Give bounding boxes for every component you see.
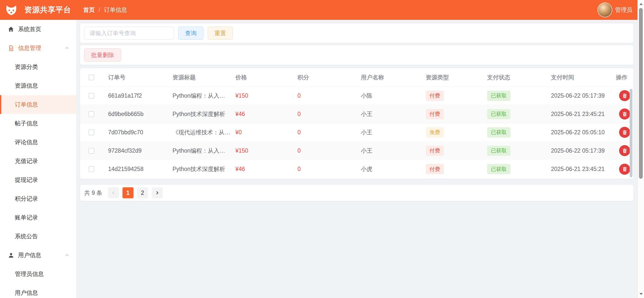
points: 0 — [297, 92, 361, 99]
sidebar-sub-item[interactable]: 订单信息 — [0, 95, 76, 114]
sidebar-item-label: 系统首页 — [18, 25, 41, 33]
brand: 资源共享平台 — [0, 4, 76, 16]
resource-title: 《现代运维技术：从… — [173, 129, 235, 136]
chevron-up-icon — [64, 45, 70, 51]
breadcrumb-home[interactable]: 首页 — [83, 6, 95, 14]
resource-title: Python技术深度解析 — [173, 165, 235, 173]
sidebar-sub-item-label: 订单信息 — [15, 101, 38, 108]
column-header: 资源标题 — [173, 74, 235, 81]
table-header-row: 订单号资源标题价格积分用户名称资源类型支付状态支付时间操作 — [80, 68, 633, 87]
user-name-cell: 小王 — [361, 110, 426, 118]
select-all-checkbox[interactable] — [89, 75, 94, 80]
home-icon — [8, 26, 14, 33]
next-page-button[interactable] — [152, 187, 163, 198]
document-icon — [8, 45, 14, 51]
row-checkbox[interactable] — [89, 111, 94, 117]
pay-status-tag: 已获取 — [487, 146, 510, 156]
sidebar-sub-item[interactable]: 账单记录 — [0, 208, 76, 227]
row-checkbox[interactable] — [89, 148, 94, 154]
sidebar-sub-item[interactable]: 系统公告 — [0, 227, 76, 246]
sidebar-sub-item[interactable]: 资源分类 — [0, 57, 76, 76]
user-name: 管理员 — [615, 6, 632, 14]
app-title: 资源共享平台 — [24, 5, 71, 15]
avatar[interactable] — [598, 3, 612, 17]
column-header: 支付状态 — [487, 74, 551, 81]
delete-button[interactable] — [619, 108, 630, 120]
sidebar-group-header[interactable]: 用户信息 — [0, 246, 76, 265]
table-row: 6d9be6b665bPython技术深度解析¥460小王付费已获取2025-0… — [80, 105, 633, 123]
user-name-cell: 小王 — [361, 129, 426, 136]
sidebar-sub-item[interactable]: 充值记录 — [0, 152, 76, 170]
resource-title: Python技术深度解析 — [173, 110, 235, 118]
price: ¥150 — [235, 92, 297, 99]
fox-logo-icon — [6, 4, 17, 16]
page-button[interactable]: 1 — [122, 187, 134, 198]
scrollbar-thumb[interactable] — [639, 8, 643, 179]
trash-icon — [622, 111, 628, 117]
query-button[interactable]: 查询 — [178, 27, 203, 40]
sidebar-sub-item[interactable]: 管理员信息 — [0, 265, 76, 283]
sidebar-sub-item[interactable]: 帖子信息 — [0, 114, 76, 133]
sidebar-sub-item[interactable]: 评论信息 — [0, 133, 76, 152]
scroll-up-arrow-icon[interactable] — [638, 1, 644, 8]
pager-pages: 12 — [122, 187, 148, 198]
sidebar-sub-item-label: 账单记录 — [15, 214, 38, 221]
delete-button[interactable] — [619, 164, 630, 175]
reset-button[interactable]: 重置 — [208, 27, 233, 40]
pay-status-tag: 已获取 — [487, 127, 510, 138]
delete-button[interactable] — [619, 145, 630, 156]
sidebar-sub-item[interactable]: 提现记录 — [0, 170, 76, 189]
resource-type-cell: 付费 — [426, 109, 487, 119]
price: ¥46 — [235, 166, 297, 172]
resource-type-tag: 付费 — [426, 109, 444, 119]
pay-time: 2025-06-22 05:17:39 — [551, 147, 616, 154]
order-no: 14d21594258 — [108, 166, 173, 172]
price: ¥0 — [235, 129, 297, 136]
user-area[interactable]: 管理员 — [598, 3, 644, 17]
chevron-left-icon — [111, 190, 116, 195]
sidebar-sub-item[interactable]: 积分记录 — [0, 189, 76, 208]
table-scrollbar-thumb[interactable] — [630, 89, 632, 177]
column-header: 积分 — [297, 74, 361, 81]
delete-button[interactable] — [619, 90, 630, 101]
sidebar-group-header[interactable]: 信息管理 — [0, 39, 76, 57]
sidebar-sub-item-label: 帖子信息 — [15, 120, 38, 127]
points: 0 — [297, 111, 361, 117]
page-button[interactable]: 2 — [137, 187, 148, 198]
pay-time: 2025-06-22 05:17:39 — [551, 92, 616, 99]
row-checkbox[interactable] — [89, 130, 94, 135]
scroll-down-arrow-icon[interactable] — [638, 290, 644, 297]
resource-type-cell: 付费 — [426, 91, 487, 101]
points: 0 — [297, 166, 361, 172]
breadcrumb: 首页 / 订单信息 — [83, 6, 127, 14]
sidebar: 系统首页 信息管理资源分类资源信息订单信息帖子信息评论信息充值记录提现记录积分记… — [0, 20, 76, 298]
batch-delete-button[interactable]: 批量删除 — [84, 48, 121, 62]
sidebar-sub-item-label: 评论信息 — [15, 138, 38, 146]
sidebar-item-home[interactable]: 系统首页 — [0, 20, 76, 39]
column-header: 订单号 — [108, 74, 173, 81]
order-no: 6d9be6b665b — [108, 111, 173, 117]
prev-page-button[interactable] — [108, 187, 119, 198]
delete-button[interactable] — [619, 127, 630, 138]
sidebar-sub-item[interactable]: 用户信息 — [0, 283, 76, 298]
row-checkbox[interactable] — [89, 93, 94, 99]
column-header: 支付时间 — [551, 74, 616, 81]
pay-time: 2025-06-21 23:45:21 — [551, 166, 616, 172]
row-checkbox[interactable] — [89, 166, 94, 172]
table-toolbar: 批量删除 — [80, 45, 633, 65]
table-body: 661a91a17f2Python编程：从入…¥1500小陈付费已获取2025-… — [80, 87, 633, 178]
sidebar-groups: 信息管理资源分类资源信息订单信息帖子信息评论信息充值记录提现记录积分记录账单记录… — [0, 39, 76, 298]
resource-type-tag: 付费 — [426, 146, 444, 156]
sidebar-sub-item[interactable]: 资源信息 — [0, 76, 76, 95]
browser-scrollbar[interactable] — [637, 0, 644, 298]
user-icon — [8, 252, 14, 259]
order-search-input[interactable] — [84, 27, 174, 40]
sidebar-group-label: 信息管理 — [18, 44, 64, 52]
resource-type-tag: 付费 — [426, 91, 444, 101]
pagination: 共 9 条 12 — [80, 185, 633, 201]
pay-status-cell: 已获取 — [487, 109, 551, 119]
sidebar-sub-item-label: 资源信息 — [15, 82, 38, 90]
resource-type-tag: 付费 — [426, 164, 444, 174]
price: ¥46 — [235, 111, 297, 117]
resource-type-tag: 免费 — [426, 127, 444, 138]
